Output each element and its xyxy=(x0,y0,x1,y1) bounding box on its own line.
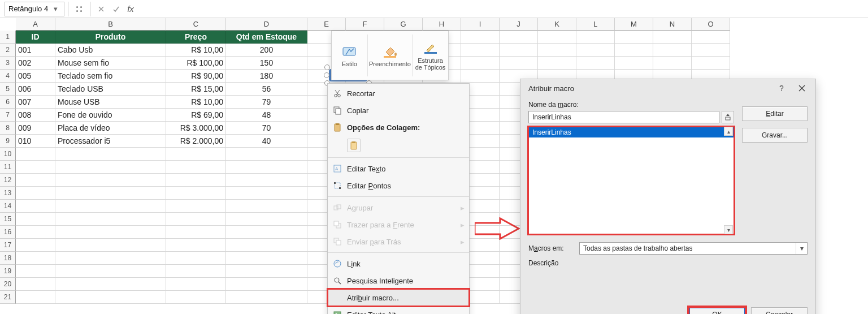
cell[interactable] xyxy=(16,226,55,239)
cell[interactable] xyxy=(226,278,307,291)
mini-toolbar-outline[interactable]: Estrutura de Tópicos xyxy=(413,31,448,80)
cell[interactable]: 79 xyxy=(226,96,307,109)
cell[interactable] xyxy=(226,148,307,161)
column-header[interactable]: I xyxy=(461,18,500,31)
row-header[interactable]: 17 xyxy=(0,239,16,252)
cell[interactable]: Preço xyxy=(166,31,226,44)
cell[interactable]: 005 xyxy=(16,70,55,83)
cell[interactable] xyxy=(166,226,226,239)
row-header[interactable]: 1 xyxy=(0,31,16,44)
cell[interactable] xyxy=(16,148,55,161)
row-header[interactable]: 6 xyxy=(0,96,16,109)
menu-item-edit-alt-text[interactable]: Editar Texto Alt... xyxy=(328,306,469,314)
row-header[interactable]: 10 xyxy=(0,148,16,161)
cell[interactable] xyxy=(55,226,166,239)
column-header[interactable]: A xyxy=(16,18,55,31)
menu-item-assign-macro[interactable]: Atribuir macro... xyxy=(328,289,469,306)
cell[interactable] xyxy=(55,239,166,252)
cell[interactable] xyxy=(461,70,500,83)
cell[interactable] xyxy=(166,278,226,291)
cell[interactable]: 009 xyxy=(16,122,55,135)
resize-handle[interactable] xyxy=(324,64,330,70)
cell[interactable] xyxy=(55,265,166,278)
column-header[interactable]: D xyxy=(226,18,307,31)
cell[interactable] xyxy=(576,57,615,70)
cell[interactable] xyxy=(226,291,307,304)
cell[interactable] xyxy=(226,252,307,265)
column-header[interactable]: K xyxy=(538,18,576,31)
mini-toolbar-fill[interactable]: Preenchimento xyxy=(368,31,412,80)
cell[interactable] xyxy=(55,187,166,200)
cell[interactable] xyxy=(55,252,166,265)
cell[interactable] xyxy=(16,200,55,213)
cell[interactable]: Teclado sem fio xyxy=(55,70,166,83)
cell[interactable] xyxy=(16,161,55,174)
cell[interactable]: R$ 2.000,00 xyxy=(166,135,226,148)
menu-item-smart-lookup[interactable]: Pesquisa Inteligente xyxy=(328,272,469,289)
cell[interactable] xyxy=(226,265,307,278)
cell[interactable]: ID xyxy=(16,31,55,44)
macro-list-item[interactable]: InserirLinhas xyxy=(529,127,734,137)
cell[interactable] xyxy=(653,57,692,70)
cell[interactable] xyxy=(615,57,653,70)
cell[interactable]: 007 xyxy=(16,96,55,109)
paste-option-button[interactable] xyxy=(347,139,361,152)
cell[interactable] xyxy=(226,213,307,226)
row-header[interactable]: 9 xyxy=(0,135,16,148)
row-header[interactable]: 13 xyxy=(0,187,16,200)
scroll-up-button[interactable]: ▴ xyxy=(724,127,733,136)
cell[interactable] xyxy=(55,148,166,161)
row-header[interactable]: 21 xyxy=(0,291,16,304)
cell[interactable] xyxy=(16,252,55,265)
macro-name-input[interactable]: InserirLinhas xyxy=(528,111,719,123)
cell[interactable] xyxy=(16,291,55,304)
cell[interactable] xyxy=(55,278,166,291)
cell[interactable] xyxy=(166,174,226,187)
cell[interactable] xyxy=(500,31,538,44)
cell[interactable]: Mouse sem fio xyxy=(55,57,166,70)
cell[interactable]: R$ 90,00 xyxy=(166,70,226,83)
column-header[interactable]: L xyxy=(576,18,615,31)
menu-item-edit-points[interactable]: Editar Pontos xyxy=(328,177,469,194)
cell[interactable]: Processador i5 xyxy=(55,135,166,148)
cell[interactable]: Qtd em Estoque xyxy=(226,31,307,44)
name-box-dropdown-icon[interactable]: ▾ xyxy=(50,5,60,13)
cell[interactable] xyxy=(615,31,653,44)
cell[interactable]: 180 xyxy=(226,70,307,83)
cell[interactable] xyxy=(166,265,226,278)
cell[interactable] xyxy=(55,291,166,304)
column-header[interactable]: H xyxy=(423,18,461,31)
cell[interactable] xyxy=(615,44,653,57)
column-header[interactable]: E xyxy=(307,18,346,31)
cell[interactable] xyxy=(226,239,307,252)
cell[interactable] xyxy=(55,161,166,174)
column-header[interactable]: F xyxy=(346,18,384,31)
cell[interactable]: Mouse USB xyxy=(55,96,166,109)
cell[interactable] xyxy=(538,44,576,57)
cell[interactable] xyxy=(166,213,226,226)
row-header[interactable]: 2 xyxy=(0,44,16,57)
column-header[interactable]: O xyxy=(692,18,730,31)
enter-confirm-icon[interactable] xyxy=(108,2,123,16)
cell[interactable]: R$ 15,00 xyxy=(166,83,226,96)
cell[interactable]: Teclado USB xyxy=(55,83,166,96)
cell[interactable] xyxy=(16,265,55,278)
cell[interactable] xyxy=(538,57,576,70)
record-macro-button[interactable]: Gravar... xyxy=(742,128,808,143)
row-header[interactable]: 5 xyxy=(0,83,16,96)
cell[interactable] xyxy=(500,44,538,57)
resize-handle[interactable] xyxy=(324,72,329,78)
cell[interactable] xyxy=(692,31,730,44)
cell[interactable] xyxy=(16,278,55,291)
cell[interactable] xyxy=(166,239,226,252)
column-header[interactable]: C xyxy=(166,18,226,31)
cell[interactable] xyxy=(166,161,226,174)
macros-in-combo[interactable]: Todas as pastas de trabalho abertas ▾ xyxy=(579,242,808,255)
cell[interactable] xyxy=(55,213,166,226)
cell[interactable]: 001 xyxy=(16,44,55,57)
row-header[interactable]: 19 xyxy=(0,265,16,278)
cell[interactable] xyxy=(166,200,226,213)
cell[interactable]: 010 xyxy=(16,135,55,148)
cell[interactable]: Placa de vídeo xyxy=(55,122,166,135)
cell[interactable]: Produto xyxy=(55,31,166,44)
